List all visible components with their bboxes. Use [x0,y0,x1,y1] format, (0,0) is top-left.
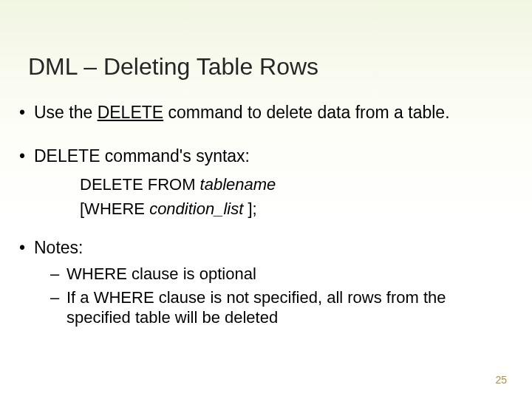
bullet-use-delete: Use the DELETE command to delete data fr… [19,102,513,123]
syntax-tablename: tablename [200,175,276,194]
note-item-2: If a WHERE clause is not specified, all … [50,287,513,328]
page-number: 25 [495,374,507,386]
text-fragment: [WHERE [80,200,149,218]
bullet-notes: Notes: [19,237,513,259]
delete-keyword: DELETE [98,103,163,122]
text-fragment: DELETE FROM [80,175,200,194]
note-item-1: WHERE clause is optional [50,264,513,284]
text-fragment: ]; [243,200,256,218]
syntax-block: DELETE FROM tablename [WHERE condition_l… [80,174,513,219]
syntax-conditionlist: condition_list [149,200,243,218]
text-fragment: Use the [34,103,98,122]
slide-title: DML – Deleting Table Rows [28,53,318,81]
text-fragment: command to delete data from a table. [163,103,449,122]
slide-body: Use the DELETE command to delete data fr… [19,96,513,331]
syntax-line-1: DELETE FROM tablename [80,174,513,195]
bullet-syntax-intro: DELETE command's syntax: [19,146,513,167]
syntax-line-2: [WHERE condition_list ]; [80,199,513,219]
